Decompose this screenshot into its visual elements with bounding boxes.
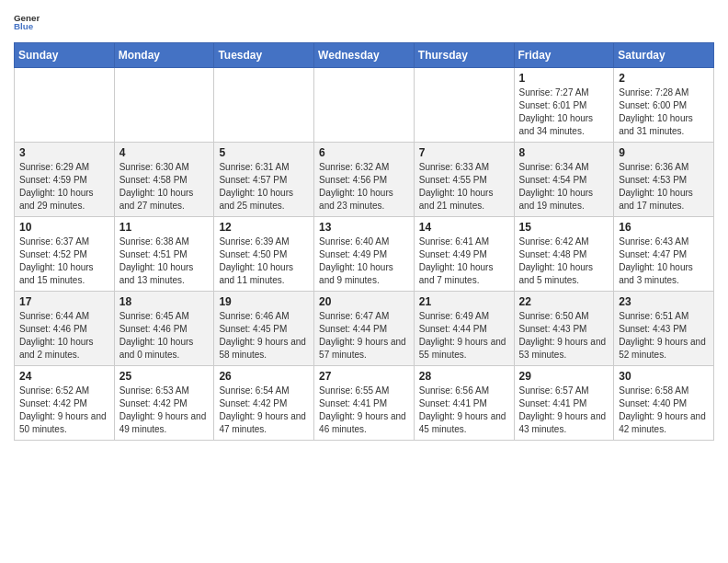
day-number: 3 bbox=[19, 146, 109, 159]
day-number: 1 bbox=[519, 72, 609, 85]
day-number: 11 bbox=[119, 221, 210, 234]
day-info: Sunrise: 6:52 AMSunset: 4:42 PMDaylight:… bbox=[19, 385, 109, 436]
day-number: 23 bbox=[619, 295, 709, 308]
day-number: 14 bbox=[419, 221, 509, 234]
calendar-cell bbox=[114, 68, 214, 143]
day-number: 9 bbox=[619, 146, 709, 159]
day-number: 24 bbox=[19, 370, 109, 383]
weekday-header-sunday: Sunday bbox=[15, 43, 115, 68]
calendar-week-2: 3Sunrise: 6:29 AMSunset: 4:59 PMDaylight… bbox=[15, 143, 714, 217]
day-info: Sunrise: 6:33 AMSunset: 4:55 PMDaylight:… bbox=[419, 161, 509, 213]
calendar-cell: 12Sunrise: 6:39 AMSunset: 4:50 PMDayligh… bbox=[214, 217, 314, 292]
day-info: Sunrise: 6:30 AMSunset: 4:58 PMDaylight:… bbox=[119, 161, 210, 213]
calendar-cell: 1Sunrise: 7:27 AMSunset: 6:01 PMDaylight… bbox=[514, 68, 614, 143]
day-info: Sunrise: 6:49 AMSunset: 4:44 PMDaylight:… bbox=[419, 310, 509, 362]
weekday-header-thursday: Thursday bbox=[414, 43, 514, 68]
day-number: 13 bbox=[319, 221, 409, 234]
calendar-cell: 13Sunrise: 6:40 AMSunset: 4:49 PMDayligh… bbox=[314, 217, 415, 292]
calendar-week-3: 10Sunrise: 6:37 AMSunset: 4:52 PMDayligh… bbox=[15, 217, 714, 292]
day-info: Sunrise: 6:45 AMSunset: 4:46 PMDaylight:… bbox=[119, 310, 210, 362]
day-number: 29 bbox=[519, 370, 609, 383]
day-number: 12 bbox=[219, 221, 309, 234]
calendar-cell: 20Sunrise: 6:47 AMSunset: 4:44 PMDayligh… bbox=[314, 292, 415, 366]
day-info: Sunrise: 6:50 AMSunset: 4:43 PMDaylight:… bbox=[519, 310, 609, 362]
day-number: 6 bbox=[319, 146, 409, 159]
calendar-cell: 10Sunrise: 6:37 AMSunset: 4:52 PMDayligh… bbox=[15, 217, 115, 292]
day-info: Sunrise: 6:55 AMSunset: 4:41 PMDaylight:… bbox=[319, 385, 409, 436]
weekday-header-friday: Friday bbox=[514, 43, 614, 68]
day-number: 16 bbox=[619, 221, 709, 234]
calendar-cell: 15Sunrise: 6:42 AMSunset: 4:48 PMDayligh… bbox=[514, 217, 614, 292]
day-info: Sunrise: 6:51 AMSunset: 4:43 PMDaylight:… bbox=[619, 310, 709, 362]
day-number: 10 bbox=[19, 221, 109, 234]
day-info: Sunrise: 6:47 AMSunset: 4:44 PMDaylight:… bbox=[319, 310, 409, 362]
calendar-cell: 3Sunrise: 6:29 AMSunset: 4:59 PMDaylight… bbox=[15, 143, 115, 217]
calendar-cell: 25Sunrise: 6:53 AMSunset: 4:42 PMDayligh… bbox=[114, 366, 214, 441]
calendar-cell: 2Sunrise: 7:28 AMSunset: 6:00 PMDaylight… bbox=[614, 68, 714, 143]
calendar-cell: 6Sunrise: 6:32 AMSunset: 4:56 PMDaylight… bbox=[314, 143, 415, 217]
page-header: General Blue bbox=[14, 9, 714, 35]
day-info: Sunrise: 7:28 AMSunset: 6:00 PMDaylight:… bbox=[619, 86, 709, 138]
calendar-cell: 23Sunrise: 6:51 AMSunset: 4:43 PMDayligh… bbox=[614, 292, 714, 366]
day-info: Sunrise: 6:31 AMSunset: 4:57 PMDaylight:… bbox=[219, 161, 309, 213]
day-info: Sunrise: 6:32 AMSunset: 4:56 PMDaylight:… bbox=[319, 161, 409, 213]
day-number: 7 bbox=[419, 146, 509, 159]
weekday-header-monday: Monday bbox=[114, 43, 214, 68]
day-number: 28 bbox=[419, 370, 509, 383]
day-info: Sunrise: 6:38 AMSunset: 4:51 PMDaylight:… bbox=[119, 236, 210, 287]
calendar-cell: 5Sunrise: 6:31 AMSunset: 4:57 PMDaylight… bbox=[214, 143, 314, 217]
day-number: 18 bbox=[119, 295, 210, 308]
day-info: Sunrise: 6:43 AMSunset: 4:47 PMDaylight:… bbox=[619, 236, 709, 287]
calendar-cell: 21Sunrise: 6:49 AMSunset: 4:44 PMDayligh… bbox=[414, 292, 514, 366]
calendar-cell bbox=[15, 68, 115, 143]
calendar-cell: 4Sunrise: 6:30 AMSunset: 4:58 PMDaylight… bbox=[114, 143, 214, 217]
day-number: 21 bbox=[419, 295, 509, 308]
calendar-cell: 30Sunrise: 6:58 AMSunset: 4:40 PMDayligh… bbox=[614, 366, 714, 441]
calendar-header-row: SundayMondayTuesdayWednesdayThursdayFrid… bbox=[15, 43, 714, 68]
day-number: 17 bbox=[19, 295, 109, 308]
day-info: Sunrise: 7:27 AMSunset: 6:01 PMDaylight:… bbox=[519, 86, 609, 138]
day-info: Sunrise: 6:56 AMSunset: 4:41 PMDaylight:… bbox=[419, 385, 509, 436]
calendar-week-4: 17Sunrise: 6:44 AMSunset: 4:46 PMDayligh… bbox=[15, 292, 714, 366]
calendar-cell: 9Sunrise: 6:36 AMSunset: 4:53 PMDaylight… bbox=[614, 143, 714, 217]
svg-text:Blue: Blue bbox=[14, 21, 34, 31]
day-number: 30 bbox=[619, 370, 709, 383]
calendar-week-5: 24Sunrise: 6:52 AMSunset: 4:42 PMDayligh… bbox=[15, 366, 714, 441]
day-number: 27 bbox=[319, 370, 409, 383]
calendar-cell: 27Sunrise: 6:55 AMSunset: 4:41 PMDayligh… bbox=[314, 366, 415, 441]
day-info: Sunrise: 6:34 AMSunset: 4:54 PMDaylight:… bbox=[519, 161, 609, 213]
calendar-cell: 26Sunrise: 6:54 AMSunset: 4:42 PMDayligh… bbox=[214, 366, 314, 441]
weekday-header-tuesday: Tuesday bbox=[214, 43, 314, 68]
weekday-header-saturday: Saturday bbox=[614, 43, 714, 68]
day-info: Sunrise: 6:42 AMSunset: 4:48 PMDaylight:… bbox=[519, 236, 609, 287]
day-info: Sunrise: 6:36 AMSunset: 4:53 PMDaylight:… bbox=[619, 161, 709, 213]
calendar-cell: 19Sunrise: 6:46 AMSunset: 4:45 PMDayligh… bbox=[214, 292, 314, 366]
calendar-cell: 14Sunrise: 6:41 AMSunset: 4:49 PMDayligh… bbox=[414, 217, 514, 292]
calendar-cell: 16Sunrise: 6:43 AMSunset: 4:47 PMDayligh… bbox=[614, 217, 714, 292]
day-number: 15 bbox=[519, 221, 609, 234]
calendar-cell: 11Sunrise: 6:38 AMSunset: 4:51 PMDayligh… bbox=[114, 217, 214, 292]
day-info: Sunrise: 6:37 AMSunset: 4:52 PMDaylight:… bbox=[19, 236, 109, 287]
day-info: Sunrise: 6:54 AMSunset: 4:42 PMDaylight:… bbox=[219, 385, 309, 436]
day-number: 26 bbox=[219, 370, 309, 383]
calendar-cell: 22Sunrise: 6:50 AMSunset: 4:43 PMDayligh… bbox=[514, 292, 614, 366]
day-info: Sunrise: 6:41 AMSunset: 4:49 PMDaylight:… bbox=[419, 236, 509, 287]
day-number: 19 bbox=[219, 295, 309, 308]
day-number: 20 bbox=[319, 295, 409, 308]
calendar-cell bbox=[314, 68, 415, 143]
day-info: Sunrise: 6:39 AMSunset: 4:50 PMDaylight:… bbox=[219, 236, 309, 287]
calendar-cell: 7Sunrise: 6:33 AMSunset: 4:55 PMDaylight… bbox=[414, 143, 514, 217]
day-number: 8 bbox=[519, 146, 609, 159]
calendar-cell: 24Sunrise: 6:52 AMSunset: 4:42 PMDayligh… bbox=[15, 366, 115, 441]
day-number: 2 bbox=[619, 72, 709, 85]
calendar-cell bbox=[214, 68, 314, 143]
calendar-cell: 28Sunrise: 6:56 AMSunset: 4:41 PMDayligh… bbox=[414, 366, 514, 441]
day-info: Sunrise: 6:29 AMSunset: 4:59 PMDaylight:… bbox=[19, 161, 109, 213]
calendar-cell: 8Sunrise: 6:34 AMSunset: 4:54 PMDaylight… bbox=[514, 143, 614, 217]
logo: General Blue bbox=[14, 9, 43, 35]
calendar-table: SundayMondayTuesdayWednesdayThursdayFrid… bbox=[14, 42, 714, 441]
calendar-cell: 29Sunrise: 6:57 AMSunset: 4:41 PMDayligh… bbox=[514, 366, 614, 441]
calendar-cell: 18Sunrise: 6:45 AMSunset: 4:46 PMDayligh… bbox=[114, 292, 214, 366]
day-number: 5 bbox=[219, 146, 309, 159]
weekday-header-wednesday: Wednesday bbox=[314, 43, 415, 68]
